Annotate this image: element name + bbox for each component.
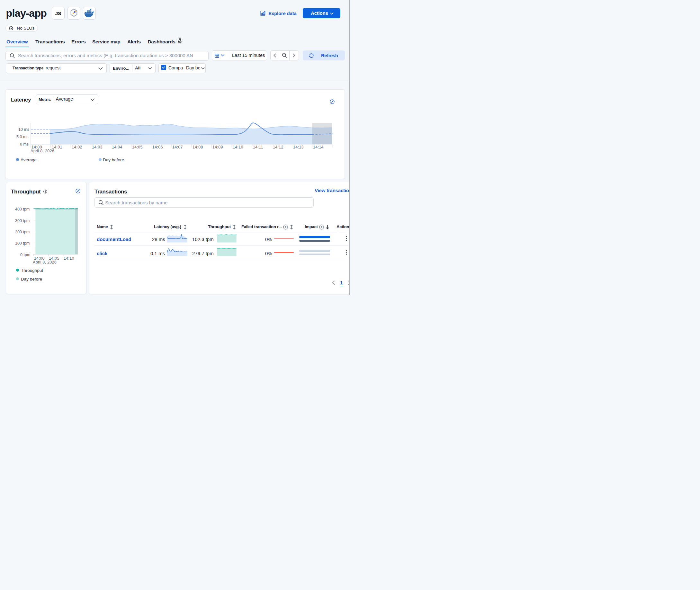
svg-text:?: ?	[285, 225, 287, 229]
svg-text:?: ?	[321, 225, 323, 229]
